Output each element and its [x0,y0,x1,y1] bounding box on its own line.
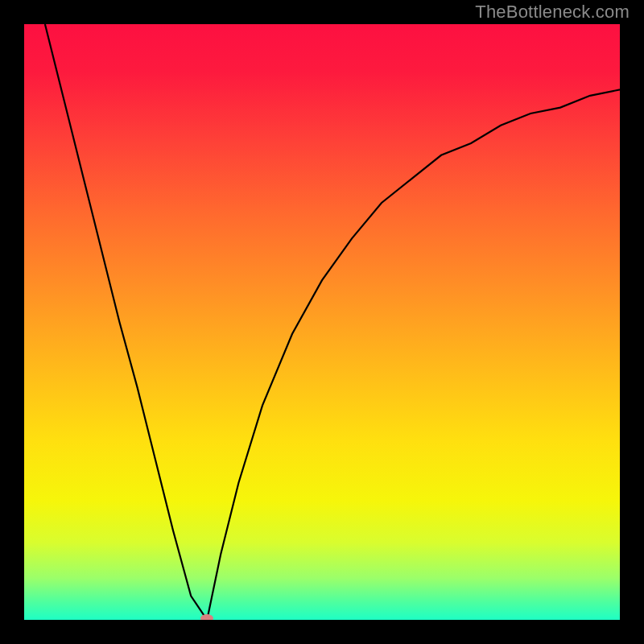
chart-container: TheBottleneck.com [0,0,644,644]
watermark-text: TheBottleneck.com [475,2,630,23]
bottleneck-curve [24,24,620,620]
minimum-marker [200,614,213,620]
curve-left-branch [45,24,207,620]
curve-right-branch [207,89,620,620]
plot-area [24,24,620,620]
